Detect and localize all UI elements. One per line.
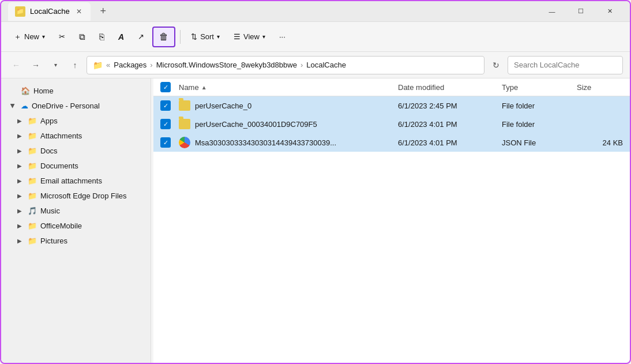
sidebar-item-music[interactable]: ▶ 🎵 Music [10,204,148,218]
edge-expand-arrow: ▶ [15,193,24,199]
row2-name-cell: perUserCache_00034001D9C709F5 [179,119,398,129]
tab-title: LocalCache [30,7,70,16]
path-arrow-2: › [301,61,303,69]
pictures-expand-arrow: ▶ [15,238,24,244]
header-name[interactable]: Name ▲ [179,83,398,92]
sidebar-item-pictures[interactable]: ▶ 📁 Pictures [10,234,148,248]
pictures-label: Pictures [40,237,67,245]
sidebar: 🏠 Home ▶ ☁ OneDrive - Personal ▶ 📁 Apps … [1,78,151,363]
sort-icon: ⇅ [191,32,197,41]
search-input[interactable] [508,56,623,74]
music-icon: 🎵 [28,207,37,215]
close-button[interactable]: ✕ [596,1,623,22]
row1-folder-icon [179,100,190,111]
path-windowsstore[interactable]: Microsoft.WindowsStore_8wekyb3d8bbwe [156,61,297,69]
row1-name-cell: perUserCache_0 [179,100,398,111]
paste-icon: ⎘ [99,32,104,42]
edge-label: Microsoft Edge Drop Files [40,192,127,200]
sort-button[interactable]: ⇅ Sort ▾ [185,27,226,47]
new-button[interactable]: ＋ New ▾ [8,27,51,47]
share-button[interactable]: ↗ [132,27,150,47]
new-tab-button[interactable]: + [95,3,111,20]
sidebar-item-attachments[interactable]: ▶ 📁 Attachments [10,129,148,143]
pictures-folder-icon: 📁 [28,237,37,245]
rename-icon: A [118,32,124,42]
apps-expand-arrow: ▶ [15,118,24,124]
sidebar-item-docs[interactable]: ▶ 📁 Docs [10,144,148,158]
table-row[interactable]: ✓ perUserCache_0 6/1/2023 2:45 PM File f… [153,96,630,115]
row2-type: File folder [502,120,577,129]
copy-icon: ⧉ [79,32,85,42]
row3-filename: Msa30303033343030314439433730039... [195,138,336,147]
view-arrow: ▾ [262,33,265,40]
attachments-folder-icon: 📁 [28,132,37,140]
sidebar-item-apps[interactable]: ▶ 📁 Apps [10,114,148,128]
window: 📁 LocalCache ✕ + — ☐ ✕ ＋ New ▾ ✂ ⧉ ⎘ A [1,1,630,363]
cut-button[interactable]: ✂ [53,27,71,47]
window-tab[interactable]: 📁 LocalCache ✕ [8,2,91,21]
path-localcache[interactable]: LocalCache [306,61,346,69]
sidebar-item-home[interactable]: 🏠 Home [3,84,148,98]
header-type[interactable]: Type [502,83,577,92]
row2-check[interactable]: ✓ [160,119,179,129]
address-path[interactable]: 📁 « Packages › Microsoft.WindowsStore_8w… [87,56,484,74]
header-date[interactable]: Date modified [398,83,502,92]
attachments-expand-arrow: ▶ [15,133,24,139]
sidebar-item-officemobile[interactable]: ▶ 📁 OfficeMobile [10,219,148,233]
onedrive-label: OneDrive - Personal [32,102,100,110]
refresh-button[interactable]: ↻ [488,57,504,73]
apps-label: Apps [40,117,58,125]
music-expand-arrow: ▶ [15,208,24,214]
up-button[interactable]: ↑ [67,57,83,73]
row3-check[interactable]: ✓ [160,137,179,148]
sidebar-item-edge-drop[interactable]: ▶ 📁 Microsoft Edge Drop Files [10,189,148,203]
delete-icon: 🗑 [159,32,168,42]
documents-folder-icon: 📁 [28,162,37,170]
back-button[interactable]: ← [8,57,24,73]
row1-type: File folder [502,102,577,110]
main-content: 🏠 Home ▶ ☁ OneDrive - Personal ▶ 📁 Apps … [1,78,630,363]
officemobile-label: OfficeMobile [40,222,82,230]
tab-close-button[interactable]: ✕ [74,7,84,16]
toolbar-separator [180,30,181,44]
row3-checkbox[interactable]: ✓ [160,137,171,148]
more-icon: ··· [279,32,286,41]
cut-icon: ✂ [59,32,65,41]
view-icon: ☰ [234,32,241,41]
file-list-header: ✓ Name ▲ Date modified Type Size [153,78,630,96]
edge-folder-icon: 📁 [28,192,37,200]
tab-folder-icon: 📁 [15,6,25,17]
row1-date: 6/1/2023 2:45 PM [398,102,502,110]
table-row[interactable]: ✓ Msa30303033343030314439433730039... 6/… [153,133,630,152]
paste-button[interactable]: ⎘ [93,27,110,47]
path-packages[interactable]: Packages [114,61,147,69]
forward-button[interactable]: → [28,57,44,73]
sidebar-item-email-attachments[interactable]: ▶ 📁 Email attachments [10,174,148,188]
sidebar-item-documents[interactable]: ▶ 📁 Documents [10,159,148,173]
view-button[interactable]: ☰ View ▾ [228,27,271,47]
minimize-button[interactable]: — [539,1,565,22]
file-list: ✓ Name ▲ Date modified Type Size [153,78,630,363]
sort-arrow: ▾ [217,33,220,40]
attachments-label: Attachments [40,132,82,140]
copy-button[interactable]: ⧉ [73,27,91,47]
maximize-button[interactable]: ☐ [568,1,594,22]
row3-date: 6/1/2023 4:01 PM [398,138,502,147]
sort-label: Sort [200,32,214,41]
rename-button[interactable]: A [112,27,130,47]
sidebar-item-onedrive[interactable]: ▶ ☁ OneDrive - Personal [3,99,148,113]
row2-checkbox[interactable]: ✓ [160,119,171,129]
row1-check[interactable]: ✓ [160,100,179,111]
name-sort-arrow: ▲ [201,84,207,91]
table-row[interactable]: ✓ perUserCache_00034001D9C709F5 6/1/2023… [153,115,630,133]
row1-checkbox[interactable]: ✓ [160,100,171,111]
recent-button[interactable]: ▾ [47,57,63,73]
header-size[interactable]: Size [577,83,623,92]
row1-filename: perUserCache_0 [195,102,251,110]
email-expand-arrow: ▶ [15,178,24,184]
more-button[interactable]: ··· [273,27,291,47]
delete-button[interactable]: 🗑 [152,27,175,47]
docs-expand-arrow: ▶ [15,148,24,154]
documents-expand-arrow: ▶ [15,163,24,169]
header-check[interactable]: ✓ [160,82,179,92]
